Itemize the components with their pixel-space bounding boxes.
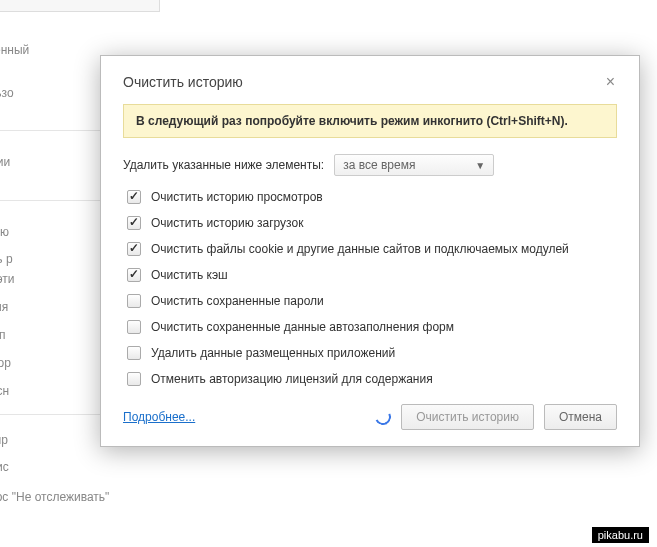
dialog-overlay: Очистить историю × В следующий раз попро…: [0, 0, 657, 547]
dialog-title: Очистить историю: [123, 74, 243, 90]
option-row: Очистить сохраненные данные автозаполнен…: [127, 320, 617, 334]
option-label: Очистить сохраненные пароли: [151, 294, 324, 308]
option-row: Удалить данные размещенных приложений: [127, 346, 617, 360]
option-checkbox[interactable]: [127, 268, 141, 282]
option-checkbox[interactable]: [127, 320, 141, 334]
option-checkbox[interactable]: [127, 242, 141, 256]
option-checkbox[interactable]: [127, 190, 141, 204]
option-checkbox[interactable]: [127, 346, 141, 360]
dialog-header: Очистить историю ×: [123, 74, 617, 90]
close-icon[interactable]: ×: [604, 74, 617, 90]
option-label: Очистить историю загрузок: [151, 216, 303, 230]
cancel-button[interactable]: Отмена: [544, 404, 617, 430]
footer-actions: Очистить историю Отмена: [375, 404, 617, 430]
dialog-footer: Подробнее... Очистить историю Отмена: [123, 404, 617, 430]
option-label: Очистить историю просмотров: [151, 190, 323, 204]
option-label: Очистить кэш: [151, 268, 228, 282]
time-period-value: за все время: [343, 158, 415, 172]
chevron-down-icon: ▼: [475, 160, 485, 171]
option-row: Отменить авторизацию лицензий для содерж…: [127, 372, 617, 386]
time-period-label: Удалить указанные ниже элементы:: [123, 158, 324, 172]
clear-history-dialog: Очистить историю × В следующий раз попро…: [100, 55, 640, 447]
incognito-notice: В следующий раз попробуйте включить режи…: [123, 104, 617, 138]
clear-history-button[interactable]: Очистить историю: [401, 404, 534, 430]
option-label: Очистить сохраненные данные автозаполнен…: [151, 320, 454, 334]
learn-more-link[interactable]: Подробнее...: [123, 410, 195, 424]
option-row: Очистить историю загрузок: [127, 216, 617, 230]
loading-spinner-icon: [373, 407, 394, 428]
option-row: Очистить кэш: [127, 268, 617, 282]
option-row: Очистить историю просмотров: [127, 190, 617, 204]
option-label: Отменить авторизацию лицензий для содерж…: [151, 372, 433, 386]
option-checkbox[interactable]: [127, 294, 141, 308]
options-list: Очистить историю просмотровОчистить исто…: [127, 190, 617, 386]
option-row: Очистить файлы cookie и другие данные са…: [127, 242, 617, 256]
time-period-select[interactable]: за все время ▼: [334, 154, 494, 176]
option-label: Удалить данные размещенных приложений: [151, 346, 395, 360]
option-checkbox[interactable]: [127, 372, 141, 386]
option-row: Очистить сохраненные пароли: [127, 294, 617, 308]
watermark: pikabu.ru: [592, 527, 649, 543]
time-period-row: Удалить указанные ниже элементы: за все …: [123, 154, 617, 176]
option-checkbox[interactable]: [127, 216, 141, 230]
option-label: Очистить файлы cookie и другие данные са…: [151, 242, 569, 256]
